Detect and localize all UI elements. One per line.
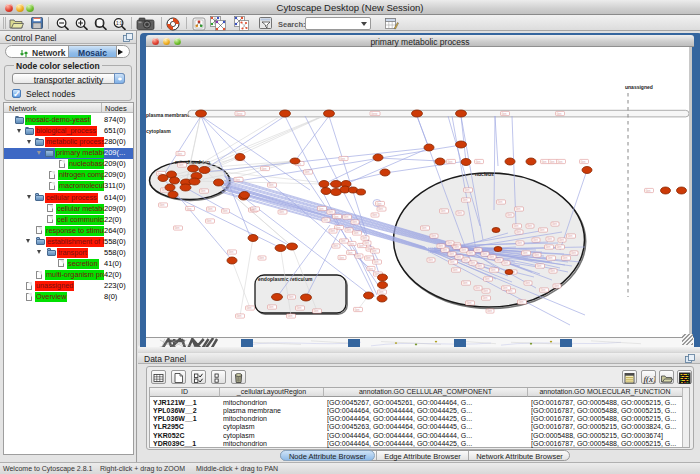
- svg-text:Gen: Gen: [550, 269, 555, 273]
- svg-text:unassigned: unassigned: [625, 84, 653, 90]
- svg-text:Gen: Gen: [533, 238, 538, 242]
- svg-text:Gen: Gen: [201, 189, 206, 193]
- svg-text:Gen: Gen: [344, 215, 349, 219]
- svg-text:Gen: Gen: [319, 207, 324, 211]
- svg-text:Gen: Gen: [487, 309, 492, 313]
- svg-text:Gen: Gen: [160, 203, 165, 207]
- svg-text:cytoplasm: cytoplasm: [146, 128, 171, 134]
- svg-text:Gen: Gen: [340, 157, 345, 161]
- svg-text:Gen: Gen: [441, 209, 446, 213]
- svg-text:Gen: Gen: [558, 160, 563, 164]
- svg-text:Gen: Gen: [223, 209, 228, 213]
- svg-text:Gen: Gen: [475, 248, 480, 252]
- svg-text:Gen: Gen: [568, 234, 573, 238]
- svg-text:Gen: Gen: [442, 248, 447, 252]
- svg-text:Gen: Gen: [491, 268, 496, 272]
- svg-text:Gen: Gen: [581, 160, 586, 164]
- svg-text:Gen: Gen: [379, 290, 384, 294]
- svg-text:Gen: Gen: [463, 258, 468, 262]
- svg-text:plasma membrane: plasma membrane: [146, 112, 190, 118]
- svg-text:Gen: Gen: [354, 231, 359, 235]
- svg-text:Gen: Gen: [374, 260, 379, 264]
- svg-text:Gen: Gen: [336, 226, 341, 230]
- svg-text:Gen: Gen: [516, 230, 521, 234]
- svg-text:Gen: Gen: [247, 306, 252, 310]
- svg-text:Gen: Gen: [563, 256, 568, 260]
- svg-text:Gen: Gen: [525, 281, 530, 285]
- svg-text:Gen: Gen: [372, 213, 377, 217]
- svg-text:Gen: Gen: [571, 251, 576, 255]
- svg-text:Gen: Gen: [187, 207, 192, 211]
- svg-text:Gen: Gen: [523, 251, 528, 255]
- svg-text:Gen: Gen: [477, 264, 482, 268]
- svg-text:Gen: Gen: [557, 112, 562, 116]
- svg-text:Gen: Gen: [422, 226, 427, 230]
- svg-text:Gen: Gen: [348, 251, 353, 255]
- svg-text:Gen: Gen: [269, 305, 274, 309]
- svg-text:Gen: Gen: [372, 249, 377, 253]
- svg-text:Gen: Gen: [279, 210, 284, 214]
- svg-text:Gen: Gen: [547, 237, 552, 241]
- svg-text:Gen: Gen: [534, 253, 539, 257]
- svg-text:Gen: Gen: [537, 264, 542, 268]
- svg-text:Gen: Gen: [540, 228, 545, 232]
- svg-text:Gen: Gen: [262, 167, 267, 171]
- svg-text:Gen: Gen: [207, 219, 212, 223]
- svg-text:Gen: Gen: [179, 163, 184, 167]
- svg-text:Gene: Gene: [371, 112, 378, 116]
- svg-text:Gen: Gen: [323, 218, 328, 222]
- svg-text:Gen: Gen: [362, 236, 367, 240]
- svg-text:Gen: Gen: [475, 286, 480, 290]
- svg-text:Gen: Gen: [457, 211, 462, 215]
- svg-text:Gen: Gen: [177, 152, 182, 156]
- svg-text:Gen: Gen: [431, 234, 436, 238]
- svg-text:Gen: Gen: [550, 160, 555, 164]
- svg-text:Gen: Gen: [542, 160, 547, 164]
- svg-text:Gen: Gen: [498, 200, 503, 204]
- svg-text:1:1: 1:1: [116, 21, 123, 26]
- svg-text:Gen: Gen: [314, 309, 319, 313]
- svg-text:Gen: Gen: [364, 241, 369, 245]
- svg-text:nucleus: nucleus: [475, 171, 494, 177]
- svg-text:Gen: Gen: [517, 241, 522, 245]
- svg-text:Gen: Gen: [453, 268, 458, 272]
- svg-text:Gen: Gen: [476, 160, 481, 164]
- svg-text:Gene: Gene: [236, 112, 243, 116]
- svg-text:Gen: Gen: [503, 261, 508, 265]
- svg-text:Gen: Gen: [377, 202, 382, 206]
- svg-text:Gen: Gen: [456, 255, 461, 259]
- svg-text:Gen: Gen: [468, 251, 473, 255]
- svg-text:f(x): f(x): [644, 374, 656, 384]
- svg-text:Gen: Gen: [356, 254, 361, 258]
- svg-text:Gen: Gen: [516, 207, 521, 211]
- svg-text:Gen: Gen: [552, 222, 557, 226]
- svg-text:Gen: Gen: [514, 224, 519, 228]
- svg-text:Gen: Gen: [447, 241, 452, 245]
- svg-text:Gen: Gen: [646, 189, 651, 193]
- svg-text:Gen: Gen: [349, 242, 354, 246]
- svg-text:Gen: Gen: [467, 301, 472, 305]
- svg-text:Gen: Gen: [483, 289, 488, 293]
- svg-text:Gen: Gen: [428, 258, 433, 262]
- svg-text:Gen: Gen: [346, 228, 351, 232]
- svg-text:Gen: Gen: [341, 239, 346, 243]
- svg-text:Gen: Gen: [330, 229, 335, 233]
- svg-text:Gen: Gen: [483, 296, 488, 300]
- svg-text:Gen: Gen: [252, 207, 257, 211]
- svg-text:Gen: Gen: [339, 256, 344, 260]
- svg-text:Gen: Gen: [507, 213, 512, 217]
- svg-text:Gen: Gen: [465, 188, 470, 192]
- svg-text:Gen: Gen: [496, 258, 501, 262]
- svg-text:Gen: Gen: [438, 244, 443, 248]
- svg-text:Gen: Gen: [449, 252, 454, 256]
- svg-text:Gen: Gen: [482, 252, 487, 256]
- svg-text:Gen: Gen: [288, 314, 293, 318]
- svg-text:Gen: Gen: [554, 284, 559, 288]
- svg-text:Gen: Gen: [235, 178, 240, 182]
- svg-text:Gen: Gen: [454, 245, 459, 249]
- svg-text:Gen: Gen: [259, 256, 264, 260]
- svg-text:Gen: Gen: [366, 256, 371, 260]
- svg-text:Gen: Gen: [333, 244, 338, 248]
- svg-text:Gen: Gen: [489, 255, 494, 259]
- svg-text:Gen: Gen: [448, 160, 453, 164]
